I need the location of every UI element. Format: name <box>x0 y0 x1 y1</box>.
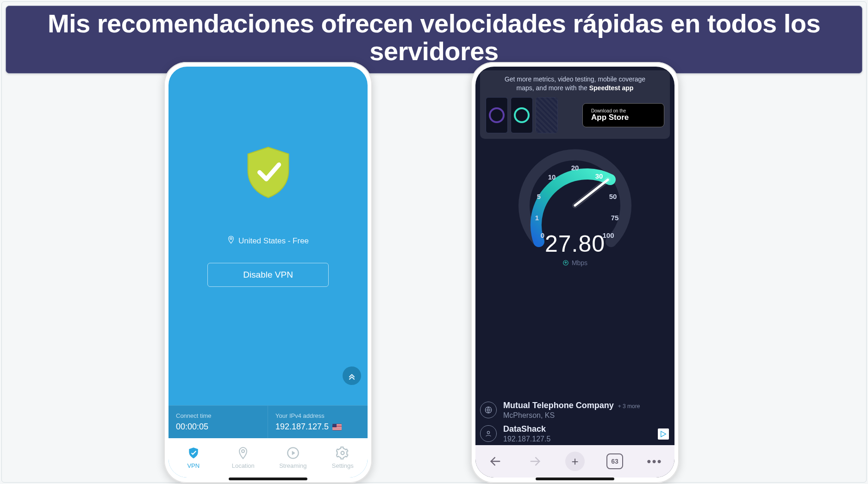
isp-location: McPherson, KS <box>503 411 640 420</box>
speed-gauge-area: 0 1 5 10 20 30 50 75 100 <box>475 139 674 401</box>
page-frame: Mis recomendaciones ofrecen velocidades … <box>1 1 867 483</box>
appstore-small: Download on the <box>591 109 629 114</box>
isp-row[interactable]: Mutual Telephone Company + 3 more McPher… <box>480 401 670 420</box>
svg-text:50: 50 <box>609 192 617 200</box>
host-ip: 192.187.127.5 <box>503 435 550 443</box>
svg-line-6 <box>575 180 608 205</box>
svg-text:30: 30 <box>595 172 603 180</box>
connect-time-cell: Connect time 00:00:05 <box>169 406 268 438</box>
svg-marker-3 <box>292 451 295 455</box>
connect-time-value: 00:00:05 <box>176 422 260 432</box>
home-indicator[interactable] <box>229 478 307 480</box>
promo-line2-bold: Speedtest app <box>589 84 634 92</box>
promo-thumb <box>486 97 508 133</box>
svg-point-1 <box>242 450 244 453</box>
browser-tabs-button[interactable]: 63 <box>595 453 635 469</box>
vpn-app: United States - Free Disable VPN Connect… <box>169 67 368 478</box>
nav-tab-streaming-label: Streaming <box>279 462 306 469</box>
vpn-bottom-nav: VPN Location Streaming Settings <box>169 438 368 478</box>
speedtest-app: Get more metrics, video testing, mobile … <box>475 67 674 478</box>
host-row[interactable]: DataShack 192.187.127.5 <box>480 424 670 443</box>
vpn-status-strip: Connect time 00:00:05 Your IPv4 address … <box>169 405 368 438</box>
browser-new-tab-button[interactable]: + <box>555 452 595 471</box>
location-pin-icon <box>227 236 235 246</box>
connection-details: Mutual Telephone Company + 3 more McPher… <box>475 401 674 445</box>
svg-text:100: 100 <box>602 231 614 239</box>
isp-name: Mutual Telephone Company <box>503 401 614 410</box>
phone-vpn-screen: United States - Free Disable VPN Connect… <box>169 67 368 478</box>
globe-icon <box>480 402 497 418</box>
nav-tab-location[interactable]: Location <box>219 438 269 478</box>
us-flag-icon <box>332 424 342 430</box>
svg-point-0 <box>230 238 232 240</box>
speedtest-promo-banner: Get more metrics, video testing, mobile … <box>480 70 670 139</box>
ip-label: Your IPv4 address <box>275 412 360 419</box>
ip-cell: Your IPv4 address 192.187.127.5 <box>268 406 368 438</box>
ip-value: 192.187.127.5 <box>275 422 329 432</box>
nav-tab-vpn[interactable]: VPN <box>169 438 219 478</box>
browser-menu-button[interactable]: ••• <box>635 454 674 469</box>
promo-thumb <box>511 97 533 133</box>
vpn-main-area: United States - Free Disable VPN <box>169 67 368 405</box>
vpn-location-text: United States - Free <box>238 236 309 246</box>
svg-text:20: 20 <box>571 164 579 172</box>
promo-thumb <box>536 97 558 133</box>
shield-connected-icon <box>244 145 293 199</box>
disable-vpn-button[interactable]: Disable VPN <box>207 263 329 287</box>
speed-gauge: 0 1 5 10 20 30 50 75 100 <box>515 145 635 266</box>
nav-tab-settings-label: Settings <box>332 462 354 469</box>
tab-count: 63 <box>611 458 618 465</box>
headline-banner: Mis recomendaciones ofrecen velocidades … <box>6 6 862 74</box>
svg-text:75: 75 <box>611 214 619 222</box>
host-name: DataShack <box>503 424 550 434</box>
appstore-download-button[interactable]: Download on the App Store <box>582 103 664 127</box>
disable-vpn-label: Disable VPN <box>243 270 293 280</box>
browser-forward-button[interactable] <box>515 455 555 468</box>
scroll-up-button[interactable] <box>343 366 361 385</box>
plus-icon: + <box>565 452 585 471</box>
phone-speed-screen: Get more metrics, video testing, mobile … <box>475 67 674 478</box>
headline-text: Mis recomendaciones ofrecen velocidades … <box>48 9 820 66</box>
svg-text:0: 0 <box>541 231 544 239</box>
promo-line2-prefix: maps, and more with the <box>517 84 589 92</box>
svg-text:10: 10 <box>548 173 556 181</box>
svg-text:5: 5 <box>537 192 541 200</box>
nav-tab-streaming[interactable]: Streaming <box>268 438 318 478</box>
nav-tab-vpn-label: VPN <box>187 462 200 469</box>
vpn-location-row[interactable]: United States - Free <box>227 236 309 246</box>
browser-bottom-bar: + 63 ••• <box>475 445 674 478</box>
phone-vpn: United States - Free Disable VPN Connect… <box>164 62 372 483</box>
home-indicator[interactable] <box>536 478 614 480</box>
isp-more: + 3 more <box>618 403 640 410</box>
nav-tab-settings[interactable]: Settings <box>318 438 368 478</box>
browser-back-button[interactable] <box>475 455 515 468</box>
appstore-large: App Store <box>591 113 629 122</box>
phone-speedtest: Get more metrics, video testing, mobile … <box>471 62 679 483</box>
svg-point-18 <box>487 431 489 434</box>
svg-text:1: 1 <box>535 214 539 222</box>
nav-tab-location-label: Location <box>232 462 255 469</box>
svg-point-4 <box>341 452 344 455</box>
more-icon: ••• <box>647 454 662 469</box>
promo-thumbnails <box>486 97 558 133</box>
adchoices-icon[interactable] <box>658 428 669 440</box>
user-icon <box>480 425 497 442</box>
promo-line1: Get more metrics, video testing, mobile … <box>505 75 645 83</box>
connect-time-label: Connect time <box>176 412 260 419</box>
